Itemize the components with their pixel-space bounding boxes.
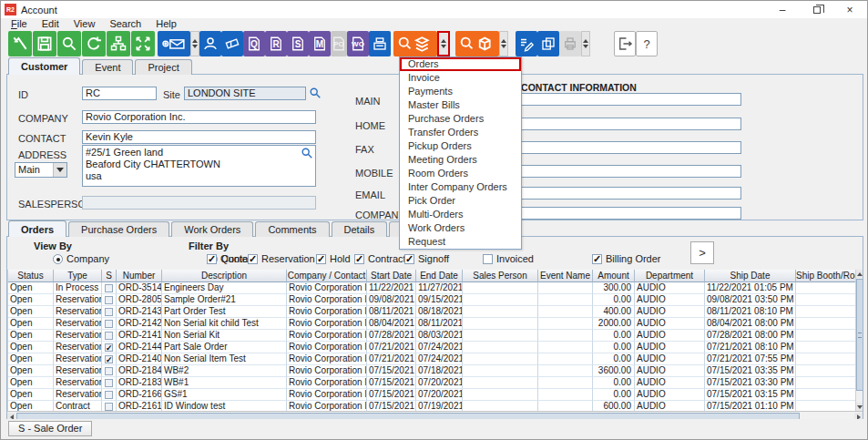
address-search-icon[interactable] (301, 147, 313, 159)
tools-button[interactable] (8, 31, 32, 56)
dropdown-menu-item[interactable]: Transfer Orders (400, 126, 521, 139)
tab[interactable]: Work Orders (171, 221, 253, 237)
reservation-doc-button[interactable]: R (265, 31, 287, 56)
row-checkbox[interactable] (105, 367, 113, 375)
scroll-down-button[interactable] (856, 403, 863, 411)
table-row[interactable]: Open Reservation ORD-2183 WB#1 Rovio Cor… (8, 377, 855, 389)
table-row[interactable]: Open Reservation ORD-2166 GS#1 Rovio Cor… (8, 389, 855, 401)
tab[interactable]: Comments (255, 221, 329, 237)
combo-arrow-button[interactable] (53, 163, 66, 177)
table-row[interactable]: Open Reservation ORD-2144 Part Sale Orde… (8, 342, 855, 353)
sale-doc-button[interactable]: S (287, 31, 309, 56)
salesperson-field[interactable] (82, 196, 316, 210)
row-checkbox[interactable] (105, 343, 113, 352)
dropdown-menu-item[interactable]: Payments (400, 85, 521, 98)
col-event-name[interactable]: Event Name (538, 270, 593, 282)
restore-button[interactable] (802, 1, 832, 18)
dropdown-menu-item[interactable]: Request (400, 235, 521, 249)
row-checkbox[interactable] (105, 403, 113, 411)
site-search-icon[interactable] (309, 87, 322, 99)
edit-button[interactable] (516, 31, 537, 56)
col-status[interactable]: Status (8, 270, 54, 282)
dropdown-menu-item[interactable]: Meeting Orders (400, 153, 521, 167)
quote-doc-button[interactable]: Q (243, 31, 265, 56)
print-dropdown-arrow[interactable] (581, 31, 590, 56)
menu-search[interactable]: Search (102, 18, 148, 30)
row-checkbox[interactable] (105, 391, 113, 399)
filter-signoff-checkbox[interactable]: Signoff (404, 253, 449, 264)
dropdown-menu-item[interactable]: Room Orders (400, 167, 521, 180)
col-department[interactable]: Department (635, 270, 705, 282)
tab[interactable]: Details (332, 221, 388, 237)
dropdown-menu-item[interactable]: Multi-Orders (400, 208, 521, 221)
org-chart-button[interactable] (107, 31, 130, 56)
minimize-button[interactable]: – (767, 1, 798, 18)
tab[interactable]: Event (82, 59, 133, 75)
expand-button[interactable] (131, 31, 155, 56)
search-items-dropdown-arrow[interactable] (499, 31, 508, 56)
row-checkbox[interactable] (105, 379, 113, 387)
table-row[interactable]: Open Reservation ORD-2140 Non Serial Ite… (8, 353, 855, 365)
col-sales-person[interactable]: Sales Person (463, 270, 538, 282)
filter-billing-order-checkbox[interactable]: Billing Order (592, 253, 661, 264)
refresh-button[interactable] (82, 31, 106, 56)
menu-view[interactable]: View (66, 18, 103, 30)
table-row[interactable]: Open Reservation ORD-2141 Non Serial Kit… (8, 330, 855, 342)
scroll-up-button[interactable] (856, 270, 863, 278)
email-dropdown-arrow[interactable] (190, 31, 199, 56)
tab[interactable]: Customer (8, 57, 80, 75)
id-field[interactable]: RC (82, 87, 157, 100)
col-end-date[interactable]: End Date (416, 270, 463, 282)
search-orders-button[interactable] (393, 31, 437, 56)
col-amount[interactable]: Amount (593, 270, 635, 282)
contact-field[interactable]: Kevin Kyle (82, 130, 316, 144)
sale-order-legend-button[interactable]: S - Sale Order (8, 421, 92, 436)
close-button[interactable]: × (834, 1, 865, 18)
row-checkbox[interactable] (105, 308, 113, 316)
table-row[interactable]: Open Reservation ORD-2143 Part Order Tes… (8, 306, 855, 318)
register-button[interactable] (369, 31, 391, 56)
site-field[interactable]: LONDON SITE (184, 87, 306, 100)
dropdown-menu-item[interactable]: Master Bills (400, 98, 521, 112)
filter-hold-checkbox[interactable]: Hold (316, 253, 351, 264)
row-checkbox[interactable] (105, 284, 113, 292)
dropdown-menu-item[interactable]: Pick Order (400, 194, 521, 208)
save-button[interactable] (33, 31, 56, 56)
tab[interactable]: Project (135, 59, 191, 75)
address-field[interactable]: #25/1 Green land Beaford City CHATTERTOW… (82, 145, 316, 187)
filter-quote-checkbox[interactable]: Quote (207, 253, 248, 264)
table-row[interactable]: Open Reservation ORD-2184 WB#2 Rovio Cor… (8, 365, 855, 377)
menu-help[interactable]: Help (148, 18, 184, 30)
company-field[interactable]: Rovio Corporation Inc. (82, 110, 316, 124)
exit-button[interactable] (614, 31, 636, 56)
search-orders-dropdown-arrow[interactable] (437, 31, 450, 56)
col-type[interactable]: Type (54, 270, 102, 282)
table-row[interactable]: Open In Process ORD-3514 Engineers Day R… (8, 282, 855, 294)
filter-reservation-checkbox[interactable]: Reservation (248, 253, 315, 264)
menu-file[interactable]: File (4, 18, 35, 30)
filter-invoiced-checkbox[interactable]: Invoiced (483, 253, 534, 264)
ticket-button[interactable] (221, 31, 243, 56)
dropdown-menu-item[interactable]: Inter Company Orders (400, 180, 521, 194)
view-by-company-radio[interactable]: Company (53, 253, 109, 264)
dropdown-menu-item[interactable]: Work Orders (400, 221, 521, 235)
copy-button[interactable] (537, 31, 559, 56)
col-s[interactable]: S (102, 270, 117, 282)
dropdown-menu-item[interactable]: Invoice (400, 71, 521, 85)
tab[interactable]: Orders (8, 220, 66, 237)
table-row[interactable]: Open Contract ORD-2161 ID Window test Ro… (8, 401, 855, 411)
dropdown-menu-item[interactable]: Purchase Orders (400, 112, 521, 126)
row-checkbox[interactable] (105, 355, 113, 363)
col-ship-date[interactable]: Ship Date (705, 270, 796, 282)
table-row[interactable]: Open Reservation ORD-2805 Sample Order#2… (8, 294, 855, 306)
contact-button[interactable] (199, 31, 221, 56)
col-number[interactable]: Number (117, 270, 162, 282)
col-description[interactable]: Description (162, 270, 287, 282)
col-ship-booth[interactable]: Ship Booth/Roo (796, 270, 858, 282)
col-start-date[interactable]: Start Date (367, 270, 416, 282)
vertical-scrollbar[interactable] (855, 270, 863, 411)
work-order-doc-button[interactable]: WO (347, 31, 369, 56)
search-button[interactable] (57, 31, 81, 56)
address-type-combo[interactable]: Main (15, 162, 67, 178)
help-button[interactable]: ? (636, 31, 658, 56)
